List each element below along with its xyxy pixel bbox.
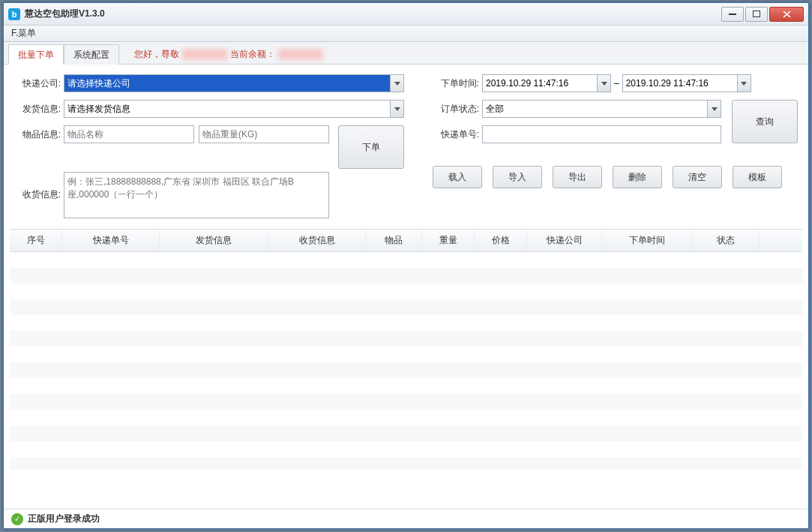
time-from-value: 2019.10.29 11:47:16 bbox=[486, 78, 568, 89]
table-row bbox=[10, 268, 802, 284]
table-row bbox=[10, 394, 802, 410]
courier-value: 请选择快递公司 bbox=[67, 77, 130, 90]
svg-rect-1 bbox=[754, 11, 760, 17]
row-courier: 快递公司: 请选择快递公司 bbox=[14, 74, 404, 92]
table-row bbox=[10, 362, 802, 378]
shipinfo-label: 发货信息: bbox=[14, 103, 61, 116]
menu-file[interactable]: F.菜单 bbox=[11, 27, 36, 40]
chevron-down-icon bbox=[707, 101, 721, 117]
chevron-down-icon bbox=[737, 75, 751, 92]
greeting-name-blur bbox=[182, 49, 227, 60]
time-to-value: 2019.10.29 11:47:16 bbox=[626, 78, 709, 89]
table-header-cell[interactable]: 收货信息 bbox=[268, 230, 366, 251]
trackno-label: 快递单号: bbox=[433, 128, 479, 141]
courier-label: 快递公司: bbox=[14, 77, 61, 90]
chevron-down-icon bbox=[390, 75, 403, 92]
svg-rect-0 bbox=[729, 14, 736, 15]
table-header-cell[interactable]: 状态 bbox=[692, 230, 760, 251]
form-right-column: 下单时间: 2019.10.29 11:47:16 – 2019.10.29 1… bbox=[433, 74, 798, 218]
time-from-input[interactable]: 2019.10.29 11:47:16 bbox=[482, 74, 611, 92]
order-status-value: 全部 bbox=[486, 103, 504, 116]
shipinfo-combo[interactable]: 请选择发货信息 bbox=[64, 100, 404, 118]
time-dash: – bbox=[614, 78, 619, 89]
order-status-combo[interactable]: 全部 bbox=[482, 100, 721, 118]
trackno-input[interactable] bbox=[482, 125, 721, 143]
app-icon: b bbox=[8, 8, 20, 20]
table-row bbox=[10, 252, 802, 268]
table-header-cell[interactable]: 快递公司 bbox=[527, 230, 602, 251]
table-row bbox=[10, 299, 802, 315]
row-status-query: 订单状态: 全部 快递单号: 查询 bbox=[433, 100, 798, 143]
tab-system-config[interactable]: 系统配置 bbox=[64, 44, 119, 65]
table-header-cell[interactable]: 物品 bbox=[366, 230, 422, 251]
close-button[interactable] bbox=[769, 7, 804, 22]
recv-label: 收货信息: bbox=[14, 172, 61, 201]
row-shipinfo: 发货信息: 请选择发货信息 bbox=[14, 100, 404, 118]
time-to-input[interactable]: 2019.10.29 11:47:16 bbox=[622, 74, 751, 92]
window-title: 慧达空包助理V1.3.0 bbox=[25, 8, 720, 20]
row-time: 下单时间: 2019.10.29 11:47:16 – 2019.10.29 1… bbox=[433, 74, 798, 92]
courier-combo[interactable]: 请选择快递公司 bbox=[64, 74, 404, 92]
template-button[interactable]: 模板 bbox=[733, 166, 782, 188]
window-controls bbox=[720, 7, 804, 22]
export-button[interactable]: 导出 bbox=[553, 166, 602, 188]
order-status-label: 订单状态: bbox=[433, 103, 479, 116]
form-left-column: 快递公司: 请选择快递公司 发货信息: 请选择发货信息 物品信息: bbox=[14, 74, 404, 218]
table-row bbox=[10, 284, 802, 299]
minimize-button[interactable] bbox=[721, 7, 744, 22]
order-button[interactable]: 下单 bbox=[338, 125, 404, 169]
greeting-hello: 您好，尊敬 bbox=[134, 48, 179, 61]
greeting-text: 您好，尊敬 当前余额： bbox=[134, 48, 326, 64]
goods-name-input[interactable] bbox=[64, 125, 194, 143]
form-area: 快递公司: 请选择快递公司 发货信息: 请选择发货信息 物品信息: bbox=[10, 74, 802, 229]
query-button[interactable]: 查询 bbox=[732, 100, 798, 143]
table-row bbox=[10, 410, 802, 425]
main-window: b 慧达空包助理V1.3.0 F.菜单 批量下单 系统配置 您好，尊敬 当前余额… bbox=[3, 2, 809, 529]
goods-label: 物品信息: bbox=[14, 125, 61, 141]
table-header-cell[interactable]: 重量 bbox=[422, 230, 475, 251]
tab-batch-order[interactable]: 批量下单 bbox=[8, 44, 64, 65]
table-header-cell[interactable]: 价格 bbox=[475, 230, 527, 251]
maximize-button[interactable] bbox=[745, 7, 768, 22]
delete-button[interactable]: 删除 bbox=[613, 166, 662, 188]
table-body bbox=[10, 252, 802, 470]
table-row bbox=[10, 378, 802, 394]
tabs-row: 批量下单 系统配置 您好，尊敬 当前余额： bbox=[4, 42, 808, 65]
table-header-cell[interactable]: 下单时间 bbox=[602, 230, 692, 251]
status-text: 正版用户登录成功 bbox=[28, 512, 100, 525]
table-header-cell[interactable]: 发货信息 bbox=[160, 230, 268, 251]
chevron-down-icon bbox=[390, 101, 403, 117]
greeting-balance-label: 当前余额： bbox=[230, 48, 275, 61]
content-area: 快递公司: 请选择快递公司 发货信息: 请选择发货信息 物品信息: bbox=[4, 65, 808, 509]
table-row bbox=[10, 347, 802, 362]
goods-weight-input[interactable] bbox=[199, 125, 329, 143]
table-row bbox=[10, 457, 802, 470]
table: 序号快递单号发货信息收货信息物品重量价格快递公司下单时间状态 bbox=[10, 229, 802, 509]
recv-textarea[interactable] bbox=[64, 172, 329, 218]
status-bar: ✓ 正版用户登录成功 bbox=[4, 509, 808, 528]
row-action-buttons: 载入 导入 导出 删除 清空 模板 bbox=[433, 166, 798, 188]
time-label: 下单时间: bbox=[433, 77, 479, 90]
table-row bbox=[10, 315, 802, 331]
clear-button[interactable]: 清空 bbox=[673, 166, 722, 188]
table-row bbox=[10, 425, 802, 441]
load-button[interactable]: 载入 bbox=[433, 166, 482, 188]
table-header-cell[interactable]: 快递单号 bbox=[62, 230, 160, 251]
row-goods: 物品信息: 下单 bbox=[14, 125, 404, 169]
row-recv: 收货信息: bbox=[14, 172, 404, 218]
cloud-check-icon: ✓ bbox=[11, 513, 23, 525]
shipinfo-value: 请选择发货信息 bbox=[67, 103, 130, 116]
greeting-balance-blur bbox=[278, 49, 323, 60]
chevron-down-icon bbox=[597, 75, 610, 92]
table-row bbox=[10, 331, 802, 347]
import-button[interactable]: 导入 bbox=[493, 166, 542, 188]
table-row bbox=[10, 441, 802, 457]
table-header-cell[interactable]: 序号 bbox=[10, 230, 62, 251]
menubar: F.菜单 bbox=[4, 26, 808, 42]
titlebar: b 慧达空包助理V1.3.0 bbox=[4, 3, 808, 26]
table-header: 序号快递单号发货信息收货信息物品重量价格快递公司下单时间状态 bbox=[10, 230, 802, 252]
